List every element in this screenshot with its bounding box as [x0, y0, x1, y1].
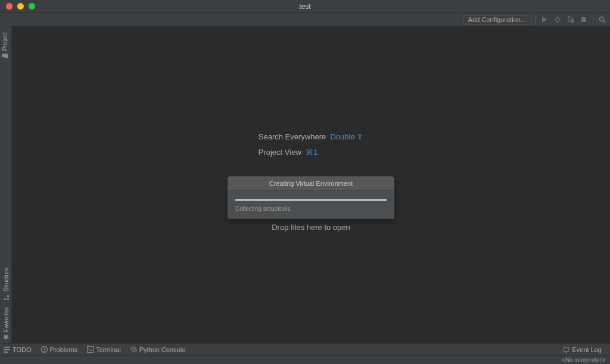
- editor-area: Search Everywhere Double ⇧ Project View …: [12, 26, 610, 346]
- hint-search-label: Search Everywhere: [259, 132, 326, 141]
- status-bar: <No interpreter>: [0, 355, 610, 364]
- svg-line-8: [603, 21, 605, 23]
- toolbar-separator: [593, 15, 593, 24]
- svg-rect-6: [581, 17, 586, 22]
- todo-icon: [4, 346, 10, 353]
- event-log-icon: [563, 346, 569, 353]
- hint-project-label: Project View: [259, 147, 301, 156]
- hint-project-shortcut: ⌘1: [306, 147, 318, 156]
- sidebar-tab-label: Favorites: [3, 307, 10, 332]
- window-close-button[interactable]: [6, 3, 13, 10]
- svg-rect-18: [88, 347, 94, 353]
- titlebar: test: [0, 0, 610, 13]
- svg-rect-5: [571, 20, 574, 23]
- python-console-icon: [130, 346, 137, 353]
- interpreter-status[interactable]: <No interpreter>: [562, 357, 605, 363]
- debug-icon[interactable]: [552, 14, 563, 25]
- toolbar: Add Configuration...: [0, 13, 610, 26]
- sidebar-tab-project[interactable]: Project: [0, 29, 10, 63]
- svg-rect-13: [4, 349, 10, 350]
- window-minimize-button[interactable]: [17, 3, 24, 10]
- svg-rect-12: [4, 347, 10, 348]
- left-rail: Project Favorites Structure: [0, 26, 12, 346]
- sidebar-tab-favorites[interactable]: Favorites: [0, 304, 12, 344]
- window-maximize-button[interactable]: [29, 3, 35, 10]
- drop-hint: Drop files here to open: [259, 219, 364, 235]
- tool-tab-event-log[interactable]: Event Log: [563, 346, 602, 353]
- search-icon[interactable]: [597, 14, 608, 25]
- tool-tab-python-console[interactable]: Python Console: [130, 346, 186, 353]
- progress-status: Collecting setuptools: [235, 206, 387, 212]
- tool-tab-label: Python Console: [139, 346, 186, 353]
- problems-icon: [41, 346, 48, 353]
- hint-search-shortcut: Double ⇧: [330, 132, 363, 141]
- svg-rect-20: [564, 347, 569, 351]
- tool-tab-label: Event Log: [572, 346, 602, 353]
- progress-bar: [235, 199, 387, 201]
- sidebar-tab-label: Structure: [3, 267, 10, 292]
- run-with-coverage-icon[interactable]: [565, 14, 576, 25]
- terminal-icon: [87, 346, 94, 353]
- svg-point-17: [43, 350, 45, 351]
- traffic-lights: [0, 3, 35, 10]
- svg-point-7: [600, 17, 604, 21]
- tool-tab-label: Problems: [50, 346, 77, 353]
- svg-point-0: [556, 18, 559, 21]
- progress-title: Creating Virtual Environment: [228, 177, 394, 191]
- tool-tab-label: Terminal: [96, 346, 121, 353]
- sidebar-tab-structure[interactable]: Structure: [0, 264, 12, 304]
- tool-tab-terminal[interactable]: Terminal: [87, 346, 121, 353]
- tool-tab-label: TODO: [13, 346, 32, 353]
- svg-rect-14: [4, 351, 8, 353]
- window-title: test: [299, 2, 310, 11]
- svg-rect-10: [4, 298, 6, 300]
- progress-dialog: Creating Virtual Environment Collecting …: [228, 176, 394, 219]
- tool-tab-todo[interactable]: TODO: [4, 346, 32, 353]
- svg-rect-9: [7, 298, 9, 300]
- toolbar-separator: [535, 15, 536, 24]
- svg-rect-11: [7, 295, 9, 297]
- tool-window-bar: TODO Problems Terminal Python Console Ev…: [0, 343, 610, 355]
- stop-icon[interactable]: [578, 14, 589, 25]
- add-configuration-button[interactable]: Add Configuration...: [463, 15, 531, 24]
- tool-tab-problems[interactable]: Problems: [41, 346, 77, 353]
- sidebar-tab-label: Project: [2, 32, 8, 51]
- run-icon[interactable]: [539, 14, 550, 25]
